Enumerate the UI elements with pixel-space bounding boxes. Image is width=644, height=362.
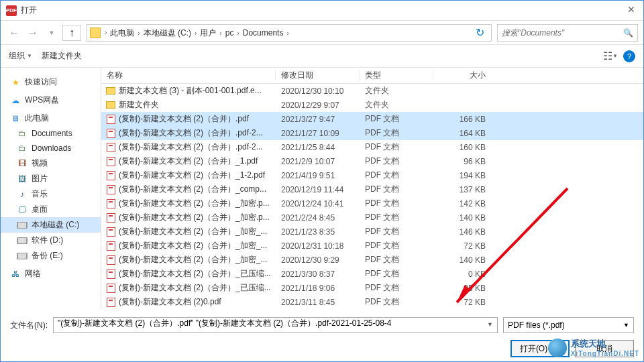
col-name[interactable]: 名称	[101, 70, 276, 81]
file-name: (复制)-新建文本文档 (2)0.pdf	[119, 296, 276, 308]
sidebar-item[interactable]: 本地磁盘 (C:)	[1, 217, 101, 233]
sidebar-item[interactable]: 软件 (D:)	[1, 233, 101, 248]
sidebar-item-label: 快速访问	[25, 76, 57, 88]
file-open-dialog: PDF 打开 ✕ ← → ▼ ↑ › 此电脑›本地磁盘 (C:)›用户›pc›D…	[0, 0, 644, 362]
file-row[interactable]: (复制)-新建文本文档 (2)0.pdf2021/3/11 8:45PDF 文档…	[101, 295, 643, 309]
chevron-down-icon[interactable]: ▼	[487, 318, 493, 328]
breadcrumb[interactable]: › 此电脑›本地磁盘 (C:)›用户›pc›Documents› ↻	[87, 24, 492, 42]
sidebar-item[interactable]: 🗀Documents	[1, 126, 101, 141]
search-box[interactable]: 🔍	[497, 24, 638, 42]
file-row[interactable]: (复制)-新建文本文档 (2)（合并）.pdf-2...2021/1/25 8:…	[101, 140, 643, 154]
filetype-select[interactable]: PDF files (*.pdf)▼	[503, 317, 634, 333]
col-type[interactable]: 类型	[360, 70, 433, 81]
breadcrumb-segment[interactable]: 此电脑	[108, 28, 136, 38]
sidebar-item[interactable]: 备份 (E:)	[1, 248, 101, 263]
file-size: 160 KB	[433, 143, 494, 152]
chevron-down-icon: ▼	[623, 322, 629, 328]
file-row[interactable]: (复制)-新建文本文档 (2)（合并）_加密_...2020/12/31 10:…	[101, 239, 643, 253]
file-type: PDF 文档	[360, 198, 433, 209]
help-icon[interactable]: ?	[623, 50, 635, 62]
file-date: 2021/3/27 9:47	[276, 115, 360, 124]
pdf-icon	[105, 241, 116, 251]
sidebar-item[interactable]: 🖵桌面	[1, 202, 101, 217]
file-row[interactable]: (复制)-新建文本文档 (2)（合并）_加密.p...2020/12/24 10…	[101, 196, 643, 210]
search-icon[interactable]: 🔍	[623, 28, 633, 38]
back-icon[interactable]: ←	[6, 25, 22, 41]
new-folder-button[interactable]: 新建文件夹	[42, 50, 82, 62]
file-row[interactable]: (复制)-新建文本文档 (2)（合并）.pdf2021/3/27 9:47PDF…	[101, 112, 643, 126]
filename-label: 文件名(N):	[10, 320, 48, 331]
file-name: (复制)-新建文本文档 (2)（合并）_1.pdf	[119, 156, 276, 167]
file-row[interactable]: (复制)-新建文本文档 (2)（合并）.pdf-2...2021/1/27 10…	[101, 126, 643, 140]
chevron-right-icon[interactable]: ›	[285, 29, 290, 37]
view-options-icon[interactable]: ☷ ▼	[604, 50, 616, 62]
sidebar-item-label: 此电脑	[25, 113, 49, 124]
sidebar-item[interactable]: ☁WPS网盘	[1, 93, 101, 108]
file-date: 2021/1/23 8:35	[276, 227, 360, 237]
sidebar-item[interactable]: 🎞视频	[1, 156, 101, 171]
watermark-subtext: XiTongTianDi.NET	[571, 350, 639, 357]
file-date: 2021/2/9 10:07	[276, 157, 360, 166]
file-name: (复制)-新建文本文档 (2)（合并）_加密_...	[119, 226, 276, 237]
search-input[interactable]	[502, 28, 623, 38]
file-type: PDF 文档	[360, 268, 433, 280]
breadcrumb-segment[interactable]: pc	[223, 28, 236, 38]
file-row[interactable]: (复制)-新建文本文档 (2)（合并）_已压缩...2021/1/18 9:06…	[101, 281, 643, 295]
filename-input[interactable]: "(复制)-新建文本文档 (2)（合并）.pdf" "(复制)-新建文本文档 (…	[53, 317, 498, 333]
sidebar-item[interactable]: ★快速访问	[1, 74, 101, 90]
chevron-right-icon[interactable]: ›	[235, 29, 240, 37]
file-row[interactable]: 新建文件夹2020/12/29 9:07文件夹	[101, 98, 643, 112]
chevron-right-icon[interactable]: ›	[218, 29, 223, 37]
file-size: 140 KB	[433, 213, 494, 223]
sidebar-item[interactable]: ♪音乐	[1, 186, 101, 202]
organize-menu[interactable]: 组织▼	[9, 50, 32, 62]
column-headers: 名称 修改日期 类型 大小	[101, 68, 643, 84]
sidebar-item[interactable]: 🖧网络	[1, 266, 101, 282]
file-size: 96 KB	[433, 157, 494, 166]
file-name: (复制)-新建文本文档 (2)（合并）_加密.p...	[119, 212, 276, 223]
file-type: PDF 文档	[360, 254, 433, 265]
sidebar-item-label: 软件 (D:)	[32, 235, 63, 246]
folder-icon	[105, 100, 116, 111]
net-icon: 🖧	[10, 269, 21, 280]
file-row[interactable]: (复制)-新建文本文档 (2)（合并）_1-2.pdf2021/4/19 9:5…	[101, 168, 643, 182]
file-date: 2020/12/31 10:18	[276, 241, 360, 251]
file-row[interactable]: (复制)-新建文本文档 (2)（合并）_comp...2020/12/19 11…	[101, 182, 643, 196]
sidebar-item[interactable]: 🖥此电脑	[1, 111, 101, 126]
file-name: (复制)-新建文本文档 (2)（合并）_已压缩...	[119, 282, 276, 294]
breadcrumb-segment[interactable]: 本地磁盘 (C:)	[142, 28, 193, 38]
sidebar-item[interactable]: 🖼图片	[1, 171, 101, 186]
breadcrumb-segment[interactable]: 用户	[198, 28, 218, 38]
file-row[interactable]: (复制)-新建文本文档 (2)（合并）_1.pdf2021/2/9 10:07P…	[101, 154, 643, 168]
pdf-icon	[105, 283, 116, 294]
col-size[interactable]: 大小	[433, 70, 494, 81]
sidebar-item-label: 视频	[32, 158, 48, 169]
col-date[interactable]: 修改日期	[276, 70, 360, 81]
sidebar-item[interactable]: 🗀Downloads	[1, 141, 101, 156]
file-size: 0 KB	[433, 269, 494, 279]
file-name: 新建文本文档 (3) - 副本-001-001.pdf.e...	[119, 85, 276, 97]
file-row[interactable]: (复制)-新建文本文档 (2)（合并）_已压缩...2021/3/30 8:37…	[101, 267, 643, 281]
file-row[interactable]: (复制)-新建文本文档 (2)（合并）_加密_...2021/1/23 8:35…	[101, 225, 643, 239]
file-name: (复制)-新建文本文档 (2)（合并）_加密.p...	[119, 198, 276, 209]
chevron-right-icon[interactable]: ›	[103, 29, 108, 36]
file-size: 194 KB	[433, 171, 494, 180]
disk-icon	[17, 222, 28, 229]
file-row[interactable]: 新建文本文档 (3) - 副本-001-001.pdf.e...2020/12/…	[101, 84, 643, 98]
file-name: (复制)-新建文本文档 (2)（合并）.pdf-2...	[119, 141, 276, 153]
file-date: 2021/3/30 8:37	[276, 269, 360, 279]
file-row[interactable]: (复制)-新建文本文档 (2)（合并）_加密_...2020/12/30 9:2…	[101, 253, 643, 267]
refresh-icon[interactable]: ↻	[472, 26, 488, 39]
chevron-right-icon[interactable]: ›	[136, 29, 141, 37]
recent-dropdown-icon[interactable]: ▼	[44, 25, 60, 41]
file-type: PDF 文档	[360, 184, 433, 195]
file-row[interactable]: (复制)-新建文本文档 (2)（合并）_加密.p...2021/2/24 8:4…	[101, 210, 643, 225]
file-type: PDF 文档	[360, 127, 433, 139]
file-date: 2020/12/19 11:44	[276, 185, 360, 194]
close-icon[interactable]: ✕	[625, 4, 638, 17]
file-type: PDF 文档	[360, 282, 433, 294]
file-size: 164 KB	[433, 129, 494, 138]
up-icon[interactable]: ↑	[62, 25, 81, 41]
file-date: 2021/4/19 9:51	[276, 171, 360, 180]
breadcrumb-segment[interactable]: Documents	[241, 28, 286, 38]
